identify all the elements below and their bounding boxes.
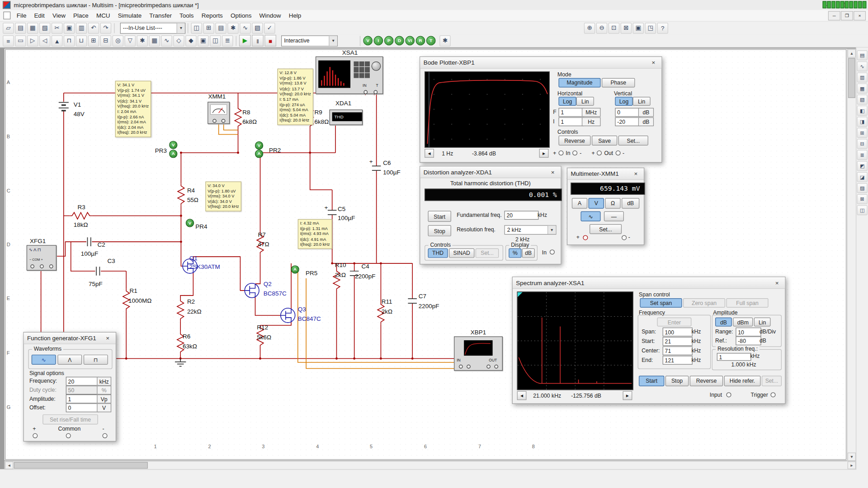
dbm-button[interactable]: dBm <box>733 318 753 327</box>
plus-terminal[interactable] <box>583 235 588 240</box>
menu-edit[interactable]: Edit <box>30 11 48 20</box>
f-vertical-unit[interactable]: dB <box>638 108 654 117</box>
spectrum-cursor-right-icon[interactable]: ► <box>623 391 632 400</box>
zoom-fit-icon[interactable]: ⊠ <box>621 23 632 33</box>
start-field[interactable]: 21 <box>663 337 693 346</box>
voltmeter-button[interactable]: V <box>589 198 604 208</box>
menu-tools[interactable]: Tools <box>176 11 198 20</box>
zoom-area-icon[interactable]: ⊡ <box>609 23 619 33</box>
resolution-freq-combo[interactable]: 2 kHz ▾ <box>505 225 557 235</box>
trigger-terminal[interactable] <box>770 392 775 397</box>
set-span-button[interactable]: Set span <box>640 298 682 308</box>
menu-simulate[interactable]: Simulate <box>114 11 146 20</box>
place-electromech-icon[interactable]: ◇ <box>173 35 184 46</box>
place-misc-digital-icon[interactable]: ⊞ <box>88 35 99 46</box>
function-generator-button[interactable]: ∿ <box>857 61 868 71</box>
fullscreen-icon[interactable]: ◳ <box>645 23 656 33</box>
spectrum-analyzer-window[interactable]: Spectrum analyzer-XSA1 × ◄ <box>512 277 786 404</box>
copy-icon[interactable]: ▣ <box>64 23 75 33</box>
horizontal-log-button[interactable]: Log <box>559 97 576 106</box>
place-connector-icon[interactable]: ◆ <box>185 35 196 46</box>
component-wizard-icon[interactable]: ✱ <box>227 23 238 33</box>
place-advanced-peripherals-icon[interactable]: ▦ <box>149 35 160 46</box>
center-field[interactable]: 71 <box>663 347 693 356</box>
combo-arrow-icon[interactable]: ▾ <box>547 226 556 234</box>
four-channel-oscilloscope-button[interactable]: ▧ <box>857 94 868 104</box>
place-misc-icon[interactable]: ✱ <box>137 35 147 46</box>
ref-field[interactable]: -80 <box>736 336 761 345</box>
place-rf-icon[interactable]: ∿ <box>161 35 172 46</box>
logic-converter-button[interactable]: ⊟ <box>857 139 868 149</box>
horizontal-lin-button[interactable]: Lin <box>576 97 594 106</box>
offset-unit[interactable]: V <box>97 404 111 413</box>
vertical-log-button[interactable]: Log <box>615 97 632 106</box>
mdi-minimize-button[interactable]: ─ <box>828 11 840 20</box>
scroll-down-icon[interactable]: ▼ <box>848 453 856 461</box>
thd-button[interactable]: THD <box>428 249 448 258</box>
ohmmeter-button[interactable]: Ω <box>605 198 620 208</box>
current-probe-icon[interactable]: I <box>374 36 383 46</box>
close-icon[interactable]: × <box>631 169 641 178</box>
multimeter-window[interactable]: Multimeter-XMM1 × 659.143 mV A V Ω dB ∿ … <box>567 168 644 245</box>
close-icon[interactable]: × <box>548 168 557 176</box>
amplitude-field[interactable]: 1 <box>66 394 99 404</box>
i-horizontal-unit[interactable]: Hz <box>582 117 601 127</box>
bode-cursor-right-icon[interactable]: ► <box>539 149 549 158</box>
reference-probe-icon[interactable]: R <box>416 36 425 46</box>
bode-plotter-window[interactable]: Bode Plotter-XBP1 × ◄ 1 Hz -3.864 dB ► M… <box>420 56 662 163</box>
range-field[interactable]: 10 <box>736 328 761 337</box>
vertical-scroll-thumb[interactable] <box>848 58 855 98</box>
close-icon[interactable]: × <box>772 279 782 287</box>
multimeter-title-bar[interactable]: Multimeter-XMM1 × <box>567 168 644 180</box>
f-horizontal-field[interactable]: 1 <box>559 108 584 117</box>
place-bus-icon[interactable]: ≣ <box>222 35 233 46</box>
distortion-title-bar[interactable]: Distortion analyzer-XDA1 × <box>420 167 561 178</box>
set-button[interactable]: Set... <box>618 136 648 145</box>
spectrum-analyzer-button[interactable]: ▨ <box>857 183 868 193</box>
menu-view[interactable]: View <box>48 11 69 20</box>
erc-icon[interactable]: ✓ <box>264 23 275 33</box>
multimeter-button[interactable]: ▤ <box>857 50 868 60</box>
ammeter-button[interactable]: A <box>572 198 587 208</box>
scroll-left-icon[interactable]: ◄ <box>5 461 13 469</box>
out-plus-terminal[interactable] <box>597 150 602 155</box>
differential-probe-icon[interactable]: D <box>395 36 404 46</box>
reverse-button[interactable]: Reverse <box>559 136 591 145</box>
distortion-in-terminal[interactable] <box>550 249 555 254</box>
combo-arrow-icon[interactable]: ▾ <box>177 23 185 33</box>
in-use-list-combo[interactable]: ---In-Use List---- ▾ <box>120 23 185 33</box>
function-generator-window[interactable]: Function generator-XFG1 × Waveforms ∿ Λ … <box>23 332 116 441</box>
save-button[interactable]: Save <box>592 136 617 145</box>
open-file-icon[interactable]: ▤ <box>15 23 26 33</box>
place-hierarchy-icon[interactable]: ◫ <box>210 35 221 46</box>
phase-button[interactable]: Phase <box>602 78 635 88</box>
set-rise-fall-button[interactable]: Set rise/Fall time <box>42 414 98 424</box>
place-indicator-icon[interactable]: ◎ <box>113 35 123 46</box>
menu-help[interactable]: Help <box>285 11 305 20</box>
place-power-icon[interactable]: ▽ <box>125 35 136 46</box>
measurement-probe[interactable]: A <box>291 265 299 273</box>
i-horizontal-field[interactable]: 1 <box>559 117 584 127</box>
full-span-button[interactable]: Full span <box>726 298 769 308</box>
minus-terminal[interactable] <box>103 433 108 438</box>
postprocessor-icon[interactable]: ▨ <box>252 23 263 33</box>
simulation-mode-combo[interactable]: Interactive ▾ <box>281 35 338 46</box>
place-analog-icon[interactable]: ▲ <box>52 35 62 46</box>
hide-refer-button[interactable]: Hide refer. <box>724 375 761 386</box>
place-diode-icon[interactable]: ▷ <box>27 35 38 46</box>
menu-place[interactable]: Place <box>70 11 93 20</box>
iv-analyzer-button[interactable]: ◩ <box>857 161 868 171</box>
magnitude-button[interactable]: Magnitude <box>559 78 601 88</box>
common-terminal[interactable] <box>66 433 71 438</box>
print-icon[interactable]: ▧ <box>39 23 50 33</box>
place-cmos-icon[interactable]: ⊔ <box>76 35 87 46</box>
plus-terminal[interactable] <box>33 433 38 438</box>
wattmeter-button[interactable]: ▥ <box>857 72 868 82</box>
mdi-restore-button[interactable]: ❐ <box>841 11 853 20</box>
stop-button[interactable]: Stop <box>428 225 451 236</box>
in-minus-terminal[interactable] <box>572 150 577 155</box>
bode-title-bar[interactable]: Bode Plotter-XBP1 × <box>420 57 661 69</box>
zoom-out-icon[interactable]: ⊖ <box>596 23 607 33</box>
lin-button[interactable]: Lin <box>754 318 771 327</box>
duty-cycle-field[interactable]: 50 <box>66 385 99 394</box>
